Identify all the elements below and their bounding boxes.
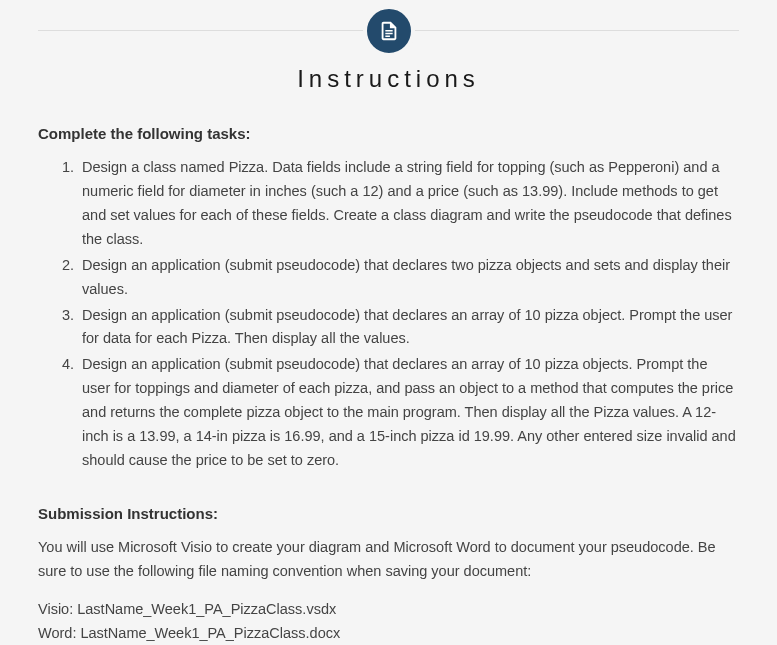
list-item: Design an application (submit pseudocode… [78,254,739,302]
header-icon-wrap [38,5,739,57]
document-icon [363,5,415,57]
file-word: Word: LastName_Week1_PA_PizzaClass.docx [38,622,739,645]
submission-heading: Submission Instructions: [38,505,739,522]
list-item: Design an application (submit pseudocode… [78,353,739,473]
list-item: Design a class named Pizza. Data fields … [78,156,739,252]
submission-paragraph: You will use Microsoft Visio to create y… [38,536,739,584]
page-title: Instructions [38,65,739,93]
tasks-list: Design a class named Pizza. Data fields … [38,156,739,473]
document-icon-svg [378,20,400,42]
list-item: Design an application (submit pseudocode… [78,304,739,352]
file-visio: Visio: LastName_Week1_PA_PizzaClass.vsdx [38,598,739,622]
tasks-heading: Complete the following tasks: [38,125,739,142]
